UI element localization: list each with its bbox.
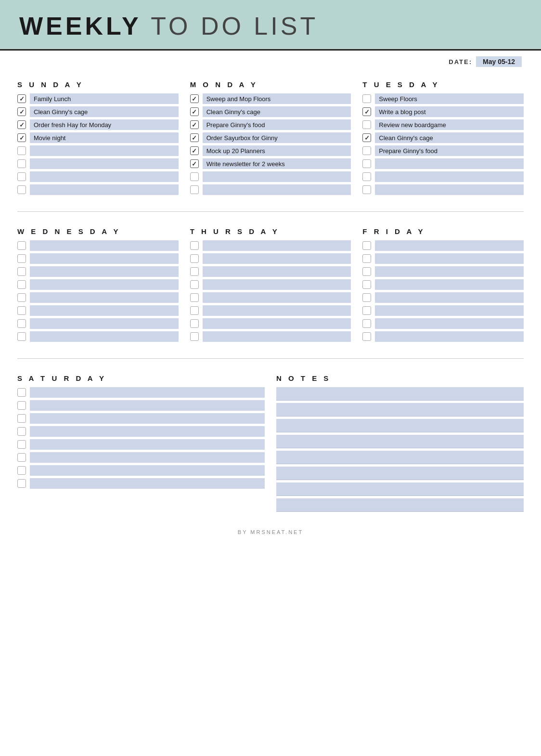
task-item[interactable]: Prepare Ginny's food	[362, 145, 524, 156]
task-checkbox[interactable]	[17, 388, 26, 397]
task-bar[interactable]	[203, 331, 351, 342]
task-bar[interactable]	[375, 318, 524, 329]
task-item[interactable]	[17, 145, 179, 156]
task-item[interactable]: Review new boardgame	[362, 119, 524, 130]
task-bar[interactable]: Family Lunch	[30, 93, 179, 104]
task-item[interactable]: ✓Write a blog post	[362, 106, 524, 117]
task-item[interactable]: ✓Mock up 20 Planners	[190, 145, 351, 156]
task-checkbox[interactable]	[17, 146, 26, 155]
task-checkbox[interactable]: ✓	[190, 159, 199, 168]
task-checkbox[interactable]	[190, 267, 199, 276]
task-checkbox[interactable]: ✓	[190, 107, 199, 116]
task-item[interactable]	[362, 305, 524, 316]
task-checkbox[interactable]	[17, 159, 26, 168]
task-checkbox[interactable]: ✓	[17, 107, 26, 116]
task-checkbox[interactable]: ✓	[17, 133, 26, 142]
notes-line[interactable]	[276, 498, 524, 512]
task-item[interactable]	[17, 292, 179, 303]
task-checkbox[interactable]	[17, 427, 26, 436]
task-bar[interactable]	[30, 171, 179, 182]
task-item[interactable]: ✓Order fresh Hay for Monday	[17, 119, 179, 130]
task-item[interactable]	[362, 318, 524, 329]
task-checkbox[interactable]	[17, 479, 26, 488]
task-checkbox[interactable]	[17, 172, 26, 181]
task-item[interactable]: ✓Order Sayurbox for Ginny	[190, 132, 351, 143]
notes-line[interactable]	[276, 419, 524, 432]
task-checkbox[interactable]	[190, 280, 199, 289]
task-item[interactable]	[17, 478, 265, 489]
task-bar[interactable]: Write a blog post	[375, 106, 524, 117]
task-checkbox[interactable]	[362, 94, 371, 103]
task-item[interactable]	[362, 184, 524, 195]
task-item[interactable]	[17, 452, 265, 463]
task-bar[interactable]	[30, 279, 179, 290]
task-item[interactable]	[190, 266, 351, 277]
task-bar[interactable]	[30, 292, 179, 303]
task-checkbox[interactable]	[17, 280, 26, 289]
task-checkbox[interactable]	[17, 185, 26, 194]
task-item[interactable]	[190, 279, 351, 290]
task-item[interactable]	[190, 240, 351, 251]
task-bar[interactable]	[375, 184, 524, 195]
task-bar[interactable]	[30, 400, 265, 411]
task-bar[interactable]	[30, 184, 179, 195]
task-bar[interactable]: Clean Ginny's cage	[30, 106, 179, 117]
task-item[interactable]	[362, 253, 524, 264]
task-bar[interactable]	[30, 439, 265, 450]
task-checkbox[interactable]	[362, 332, 371, 341]
task-item[interactable]: ✓Clean Ginny's cage	[17, 106, 179, 117]
task-checkbox[interactable]	[362, 254, 371, 263]
task-item[interactable]: ✓Clean Ginny's cage	[190, 106, 351, 117]
task-bar[interactable]	[375, 158, 524, 169]
task-item[interactable]	[17, 184, 179, 195]
task-checkbox[interactable]: ✓	[190, 120, 199, 129]
task-bar[interactable]: Prepare Ginny's food	[203, 119, 351, 130]
task-item[interactable]	[190, 184, 351, 195]
task-checkbox[interactable]	[17, 293, 26, 302]
task-bar[interactable]	[375, 253, 524, 264]
task-item[interactable]	[362, 240, 524, 251]
task-checkbox[interactable]	[362, 293, 371, 302]
task-item[interactable]	[17, 266, 179, 277]
task-item[interactable]: ✓Movie night	[17, 132, 179, 143]
task-bar[interactable]	[203, 305, 351, 316]
task-item[interactable]	[190, 171, 351, 182]
task-checkbox[interactable]	[17, 466, 26, 475]
task-bar[interactable]: Sweep Floors	[375, 93, 524, 104]
task-bar[interactable]	[30, 387, 265, 398]
task-bar[interactable]	[30, 478, 265, 489]
notes-line[interactable]	[276, 451, 524, 464]
task-checkbox[interactable]	[362, 280, 371, 289]
task-checkbox[interactable]	[190, 185, 199, 194]
task-bar[interactable]	[375, 171, 524, 182]
task-checkbox[interactable]	[17, 332, 26, 341]
task-bar[interactable]: Order fresh Hay for Monday	[30, 119, 179, 130]
task-checkbox[interactable]	[362, 241, 371, 250]
task-bar[interactable]	[203, 266, 351, 277]
task-bar[interactable]	[30, 413, 265, 424]
task-checkbox[interactable]	[362, 159, 371, 168]
task-item[interactable]	[190, 253, 351, 264]
task-bar[interactable]: Mock up 20 Planners	[203, 145, 351, 156]
task-bar[interactable]	[203, 253, 351, 264]
task-bar[interactable]	[375, 331, 524, 342]
task-bar[interactable]	[203, 318, 351, 329]
task-item[interactable]	[190, 292, 351, 303]
task-bar[interactable]	[375, 266, 524, 277]
task-bar[interactable]: Sweep and Mop Floors	[203, 93, 351, 104]
task-bar[interactable]: Prepare Ginny's food	[375, 145, 524, 156]
task-bar[interactable]: Clean Ginny's cage	[203, 106, 351, 117]
task-bar[interactable]: Review new boardgame	[375, 119, 524, 130]
task-checkbox[interactable]	[362, 267, 371, 276]
task-bar[interactable]	[30, 465, 265, 476]
notes-line[interactable]	[276, 467, 524, 480]
task-checkbox[interactable]: ✓	[190, 146, 199, 155]
task-bar[interactable]	[30, 158, 179, 169]
notes-line[interactable]	[276, 435, 524, 448]
task-checkbox[interactable]	[190, 293, 199, 302]
task-checkbox[interactable]: ✓	[362, 107, 371, 116]
task-checkbox[interactable]: ✓	[17, 120, 26, 129]
task-bar[interactable]	[30, 253, 179, 264]
task-item[interactable]	[17, 171, 179, 182]
task-bar[interactable]	[30, 266, 179, 277]
